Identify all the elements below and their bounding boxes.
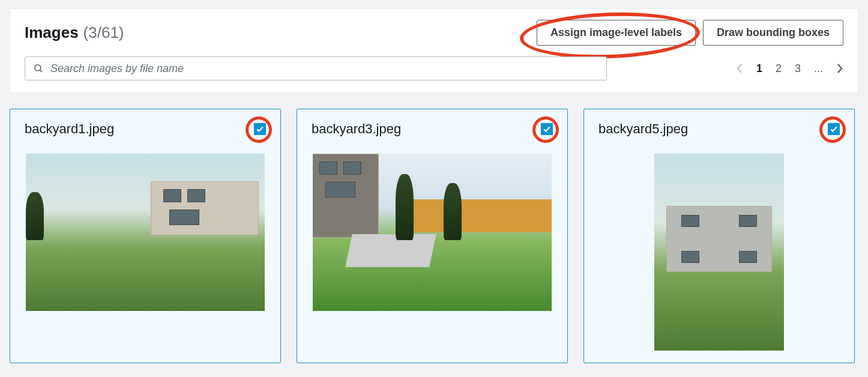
card-header: backyard5.jpeg — [598, 121, 840, 137]
card-header: backyard3.jpeg — [312, 121, 553, 137]
svg-line-1 — [40, 70, 42, 72]
action-buttons: Assign image-level labels Draw bounding … — [537, 20, 843, 46]
image-filename: backyard1.jpeg — [25, 121, 114, 137]
chevron-left-icon — [736, 63, 743, 74]
pagination: 1 2 3 ... — [736, 62, 843, 75]
pager-page-3[interactable]: 3 — [795, 62, 801, 75]
svg-point-0 — [35, 65, 41, 71]
draw-boxes-button[interactable]: Draw bounding boxes — [703, 20, 843, 46]
check-icon — [256, 125, 264, 133]
search-wrap — [25, 56, 607, 80]
selection-count: (3/61) — [83, 23, 124, 42]
pager-ellipsis: ... — [814, 62, 823, 75]
image-card[interactable]: backyard1.jpeg — [10, 109, 281, 363]
card-header: backyard1.jpeg — [25, 121, 266, 137]
image-thumbnail[interactable] — [598, 154, 840, 351]
image-grid: backyard1.jpeg backyard3.jpeg — [0, 93, 868, 363]
pager-next[interactable] — [836, 63, 843, 74]
pager-page-2[interactable]: 2 — [776, 62, 782, 75]
pager-page-1[interactable]: 1 — [756, 62, 762, 75]
assign-labels-button[interactable]: Assign image-level labels — [537, 20, 696, 46]
image-thumbnail[interactable] — [25, 154, 266, 311]
chevron-right-icon — [836, 63, 843, 74]
image-card[interactable]: backyard5.jpeg — [583, 109, 855, 363]
panel-title: Images — [25, 23, 79, 42]
image-thumbnail[interactable] — [312, 154, 553, 311]
image-card[interactable]: backyard3.jpeg — [297, 109, 568, 363]
image-filename: backyard5.jpeg — [598, 121, 688, 137]
title-wrap: Images (3/61) — [25, 23, 124, 42]
check-icon — [543, 125, 551, 133]
search-icon — [33, 63, 44, 74]
image-filename: backyard3.jpeg — [312, 121, 401, 137]
select-checkbox[interactable] — [828, 123, 840, 135]
pager-prev[interactable] — [736, 63, 743, 74]
panel-header: Images (3/61) Assign image-level labels … — [25, 20, 843, 46]
toolbar: 1 2 3 ... — [25, 56, 843, 80]
check-icon — [830, 125, 838, 133]
select-checkbox[interactable] — [254, 123, 266, 135]
search-input[interactable] — [25, 56, 607, 80]
images-panel: Images (3/61) Assign image-level labels … — [10, 8, 858, 93]
select-checkbox[interactable] — [541, 123, 553, 135]
